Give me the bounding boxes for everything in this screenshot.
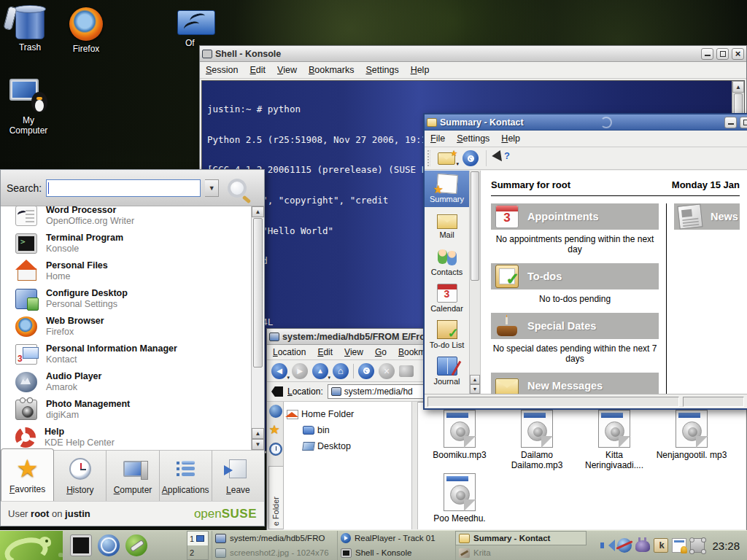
kmenu-item-photo[interactable]: Photo ManagementdigiKam xyxy=(1,396,251,424)
kmenu-scrollbar[interactable]: ▲ ▲ ▼ xyxy=(251,206,264,450)
desktop-icon-openoffice[interactable]: Of xyxy=(175,10,217,48)
kmenu-item-word-processor[interactable]: Word ProcessorOpenOffice.org Writer xyxy=(1,206,251,230)
scrollbar-thumb[interactable] xyxy=(253,218,263,368)
up-button[interactable]: ▲▾ xyxy=(312,363,328,379)
splitter[interactable] xyxy=(412,402,418,529)
file-item[interactable]: Dailamo Dailamo.mp3 xyxy=(498,410,576,470)
close-button[interactable]: × xyxy=(732,48,744,60)
menu-view[interactable]: View xyxy=(344,347,363,357)
sidebar-item-calendar[interactable]: Calendar xyxy=(425,280,469,316)
section-news[interactable]: News xyxy=(674,203,740,230)
section-special-dates[interactable]: Special Dates xyxy=(491,313,659,339)
tab-history[interactable]: History xyxy=(54,451,107,501)
minimize-button[interactable] xyxy=(724,117,737,128)
sidebar-scrollbar[interactable]: ▲ ▼ xyxy=(470,171,481,394)
menu-session[interactable]: Session xyxy=(206,65,238,75)
menu-edit[interactable]: Edit xyxy=(317,347,333,357)
network-tab-icon[interactable] xyxy=(269,405,282,418)
minimize-button[interactable] xyxy=(701,48,713,60)
menu-help[interactable]: Help xyxy=(411,65,430,75)
pager-desktop-2[interactable]: 2 xyxy=(187,545,208,559)
stop-button[interactable]: × xyxy=(379,363,395,379)
file-item[interactable]: Poo Meedhu. xyxy=(421,473,498,524)
tab-applications[interactable]: Applications xyxy=(160,451,212,501)
bookmarks-tab-icon[interactable]: ★ xyxy=(269,424,282,437)
maximize-button[interactable] xyxy=(716,48,729,60)
task-screenshot[interactable]: screenshot2.jpg - 1024x76 xyxy=(212,545,336,560)
konqueror-launcher-icon[interactable] xyxy=(98,534,120,556)
forward-button[interactable]: ▶ xyxy=(292,363,308,379)
scroll-up-icon[interactable]: ▲ xyxy=(732,81,744,93)
scrollbar-thumb[interactable] xyxy=(471,171,479,281)
taskbar-clock[interactable]: 23:28 xyxy=(709,540,747,552)
refresh-button[interactable] xyxy=(462,150,479,166)
sidebar-item-summary[interactable]: Summary xyxy=(425,171,469,207)
menu-go[interactable]: Go xyxy=(375,347,387,357)
yast-launcher-icon[interactable] xyxy=(125,534,147,556)
organizer-reminder-icon[interactable] xyxy=(672,538,686,553)
kmenu-item-web-browser[interactable]: Web BrowserFirefox xyxy=(1,313,251,341)
menu-edit[interactable]: Edit xyxy=(249,65,266,75)
menu-settings[interactable]: Settings xyxy=(365,65,398,75)
tab-leave[interactable]: Leave xyxy=(212,451,264,501)
menu-settings[interactable]: Settings xyxy=(457,133,489,144)
tab-favorites[interactable]: ★ Favorites xyxy=(1,448,54,501)
kontact-titlebar[interactable]: Summary - Kontact xyxy=(425,114,747,131)
tree-item-home[interactable]: Home Folder xyxy=(287,406,409,422)
pager-desktop-1[interactable]: 1 xyxy=(187,532,208,545)
kmenu-item-pim[interactable]: Personal Information ManagerKontact xyxy=(1,341,251,368)
new-message-button[interactable]: ★▾ xyxy=(438,152,455,165)
menu-bookmarks[interactable]: Bookmarks xyxy=(309,65,355,75)
menu-file[interactable]: File xyxy=(430,133,445,144)
display-randr-icon[interactable] xyxy=(690,538,705,553)
task-krita[interactable]: Krita xyxy=(455,545,587,560)
tab-computer[interactable]: Computer xyxy=(107,451,159,501)
kmenu-item-terminal[interactable]: Terminal ProgramKonsole xyxy=(1,230,251,257)
network-globe-icon[interactable] xyxy=(617,538,632,553)
tree-item-desktop[interactable]: Desktop xyxy=(287,438,409,454)
desktop-icon-my-computer[interactable]: My Computer xyxy=(4,79,53,136)
scroll-down-icon[interactable]: ▼ xyxy=(252,439,264,450)
file-item[interactable]: Nenjangootil. mp3 xyxy=(653,410,730,470)
kmenu-item-help[interactable]: HelpKDE Help Center xyxy=(1,424,251,450)
scroll-up-icon[interactable]: ▲ xyxy=(252,206,264,217)
reload-button[interactable] xyxy=(358,363,374,379)
toolbar-handle[interactable] xyxy=(427,150,430,166)
power-plug-icon[interactable] xyxy=(635,540,650,552)
klipper-icon[interactable] xyxy=(654,538,668,553)
search-dropdown-icon[interactable]: ▼ xyxy=(205,179,219,197)
file-item[interactable]: Boomiku.mp3 xyxy=(421,410,498,470)
home-folder-tab[interactable]: e Folder xyxy=(268,466,283,529)
file-item[interactable]: Kitta Neringivaadi.... xyxy=(576,410,653,470)
whats-this-button[interactable]: ? xyxy=(494,150,510,166)
clear-location-icon[interactable] xyxy=(271,386,283,397)
task-konsole[interactable]: Shell - Konsole xyxy=(337,545,454,560)
search-input[interactable] xyxy=(46,179,201,197)
kmenu-item-configure-desktop[interactable]: Configure DesktopPersonal Settings xyxy=(1,285,251,313)
section-todos[interactable]: To-dos xyxy=(491,263,659,289)
scroll-down-icon[interactable]: ▼ xyxy=(470,384,480,394)
scroll-up-icon[interactable]: ▲ xyxy=(470,375,480,384)
desktop-icon-trash[interactable]: Trash xyxy=(6,7,54,52)
maximize-button[interactable] xyxy=(740,117,747,128)
menu-location[interactable]: Location xyxy=(273,347,306,357)
desktop-icon-firefox[interactable]: Firefox xyxy=(62,7,110,54)
menu-view[interactable]: View xyxy=(277,65,297,75)
history-tab-icon[interactable] xyxy=(269,443,282,456)
task-kontact[interactable]: Summary - Kontact xyxy=(455,531,587,545)
task-realplayer[interactable]: RealPlayer - Track 01 xyxy=(337,531,454,545)
sidebar-item-contacts[interactable]: Contacts xyxy=(425,244,469,280)
kmenu-item-home[interactable]: Personal FilesHome xyxy=(1,257,251,285)
section-appointments[interactable]: Appointments xyxy=(491,203,659,230)
home-button[interactable]: ⌂ xyxy=(333,363,349,379)
kmenu-item-audio-player[interactable]: Audio PlayerAmarok xyxy=(1,368,251,396)
sidebar-item-journal[interactable]: Journal xyxy=(425,353,469,389)
section-new-messages[interactable]: New Messages xyxy=(491,373,659,394)
sidebar-item-mail[interactable]: Mail xyxy=(425,207,469,244)
konsole-launcher-icon[interactable] xyxy=(70,534,92,556)
tree-item-bin[interactable]: bin xyxy=(287,422,409,438)
menu-help[interactable]: Help xyxy=(501,133,520,144)
back-button[interactable]: ◀▾ xyxy=(271,363,287,379)
konsole-titlebar[interactable]: Shell - Konsole × xyxy=(200,46,746,62)
print-button[interactable] xyxy=(399,365,414,377)
